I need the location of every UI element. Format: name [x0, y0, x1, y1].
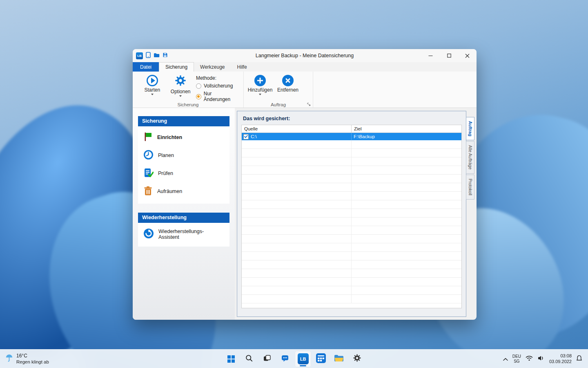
radio-nur-aenderungen[interactable]: Nur Änderungen	[196, 91, 239, 102]
tray-chevron-up-icon[interactable]	[503, 355, 508, 363]
gear-icon	[175, 75, 186, 88]
calendar-app-button[interactable]	[313, 351, 329, 367]
chat-icon	[281, 354, 289, 364]
table-empty-row	[242, 252, 461, 260]
minimize-button[interactable]	[421, 49, 440, 62]
radio-vollsicherung-label: Vollsicherung	[204, 83, 233, 89]
window-body: Sicherung Einrichten Planen	[133, 108, 477, 320]
column-header-quelle[interactable]: Quelle	[242, 125, 352, 132]
panel-heading: Das wird gesichert:	[237, 111, 466, 125]
weather-widget[interactable]: 16°C Regen klingt ab	[0, 353, 49, 365]
sidebar-item-label: Einrichten	[157, 135, 182, 140]
task-view-icon	[263, 354, 271, 364]
dialog-launcher-icon[interactable]	[306, 102, 311, 107]
search-button[interactable]	[241, 351, 257, 367]
chat-button[interactable]	[277, 351, 293, 367]
sidebar-spacer	[138, 204, 229, 213]
ribbon-group-auftrag: Hinzufügen Entfernen Auftrag	[244, 72, 313, 108]
system-tray: DEU SG 03:08 03.09.2022	[503, 353, 588, 365]
entfernen-button[interactable]: Entfernen	[276, 74, 299, 93]
table-row-selected[interactable]: C:\ F:\Backup	[242, 133, 461, 140]
sidebar-item-label: Prüfen	[158, 171, 173, 176]
table-empty-row	[242, 183, 461, 192]
table-empty-row	[242, 200, 461, 209]
table-empty-row	[242, 226, 461, 235]
methode-options: Methode: Vollsicherung Nur Änderungen	[196, 74, 239, 104]
quelle-cell: C:\	[242, 133, 352, 140]
table-empty-row	[242, 157, 461, 166]
tab-hilfe[interactable]: Hilfe	[231, 62, 253, 72]
sidebar-item-einrichten[interactable]: Einrichten	[138, 128, 229, 146]
tray-date: 03.09.2022	[549, 359, 572, 365]
trash-icon	[143, 186, 153, 197]
table-empty-row	[242, 269, 461, 278]
volume-icon[interactable]	[537, 355, 545, 363]
restore-icon	[143, 228, 154, 240]
weather-condition: Regen klingt ab	[16, 359, 49, 365]
checklist-icon	[143, 168, 154, 179]
tab-werkzeuge[interactable]: Werkzeuge	[194, 62, 231, 72]
window-controls	[421, 49, 477, 62]
chevron-down-icon	[179, 95, 182, 97]
column-header-ziel[interactable]: Ziel	[352, 125, 461, 132]
quick-access-toolbar: LB	[133, 52, 168, 60]
sidebar-item-pruefen[interactable]: Prüfen	[138, 164, 229, 182]
clock[interactable]: 03:08 03.09.2022	[549, 353, 572, 365]
table-empty-row	[242, 140, 461, 149]
backup-items-table[interactable]: Quelle Ziel C:\ F:\Backup	[241, 125, 462, 308]
start-button[interactable]	[223, 351, 239, 367]
starten-button[interactable]: Starten	[141, 74, 163, 95]
flag-icon	[143, 132, 153, 143]
methode-label: Methode:	[196, 75, 239, 81]
row-checkbox[interactable]	[243, 134, 249, 139]
maximize-button[interactable]	[440, 49, 458, 62]
app-logo-icon[interactable]: LB	[136, 52, 143, 59]
keyboard-layout-code: SG	[514, 359, 519, 364]
sidebar-item-planen[interactable]: Planen	[138, 146, 229, 164]
sidebar-item-wiederherstellungs-assistent[interactable]: Wiederherstellungs-Assistent	[138, 225, 229, 243]
folder-icon[interactable]	[154, 52, 160, 59]
radio-vollsicherung[interactable]: Vollsicherung	[196, 83, 239, 89]
table-empty-row	[242, 218, 461, 226]
side-tab-protokoll[interactable]: Protokoll	[466, 175, 474, 200]
optionen-label: Optionen	[171, 89, 191, 94]
play-icon	[147, 75, 158, 86]
taskbar-langmeier-backup-button[interactable]: LB	[295, 351, 311, 367]
table-empty-row	[242, 243, 461, 252]
file-explorer-icon	[334, 354, 344, 364]
starten-label: Starten	[144, 87, 160, 93]
table-empty-row	[242, 286, 461, 295]
hinzufuegen-label: Hinzufügen	[248, 87, 273, 93]
side-tab-strip: Auftrag Alle Aufträge Protokoll	[466, 111, 474, 317]
close-button[interactable]	[458, 49, 477, 62]
radio-selected-icon	[196, 94, 201, 99]
settings-button[interactable]	[349, 351, 365, 367]
radio-unselected-icon	[196, 83, 201, 89]
quelle-value: C:\	[250, 134, 257, 139]
radio-nur-aenderungen-label: Nur Änderungen	[204, 91, 239, 102]
hinzufuegen-button[interactable]: Hinzufügen	[249, 74, 272, 95]
windows-logo-icon	[227, 355, 235, 363]
tab-datei[interactable]: Datei	[133, 62, 159, 72]
side-tab-alle-auftraege[interactable]: Alle Aufträge	[466, 141, 474, 174]
side-tab-auftrag[interactable]: Auftrag	[466, 117, 474, 140]
language-code: DEU	[512, 354, 521, 359]
table-empty-rows	[242, 140, 461, 303]
language-indicator[interactable]: DEU SG	[512, 354, 521, 364]
notification-bell-icon[interactable]	[576, 355, 582, 363]
save-icon[interactable]	[163, 52, 168, 59]
ribbon: Starten Optionen Methode: Vollsicherung	[133, 72, 477, 108]
table-empty-row	[242, 260, 461, 269]
group-label-sicherung: Sicherung	[133, 102, 243, 107]
backup-panel: Das wird gesichert: Quelle Ziel C:\	[237, 111, 466, 317]
weather-icon	[5, 354, 13, 364]
tab-sicherung[interactable]: Sicherung	[159, 62, 194, 72]
app-window: LB Langmeier Backup - Meine Datensicheru…	[133, 49, 477, 320]
device-icon[interactable]	[146, 52, 151, 60]
sidebar-item-aufraeumen[interactable]: Aufräumen	[138, 182, 229, 200]
network-icon[interactable]	[526, 355, 533, 363]
task-view-button[interactable]	[259, 351, 275, 367]
file-explorer-button[interactable]	[331, 351, 347, 367]
optionen-button[interactable]: Optionen	[169, 74, 192, 97]
sidebar: Sicherung Einrichten Planen	[133, 108, 235, 320]
